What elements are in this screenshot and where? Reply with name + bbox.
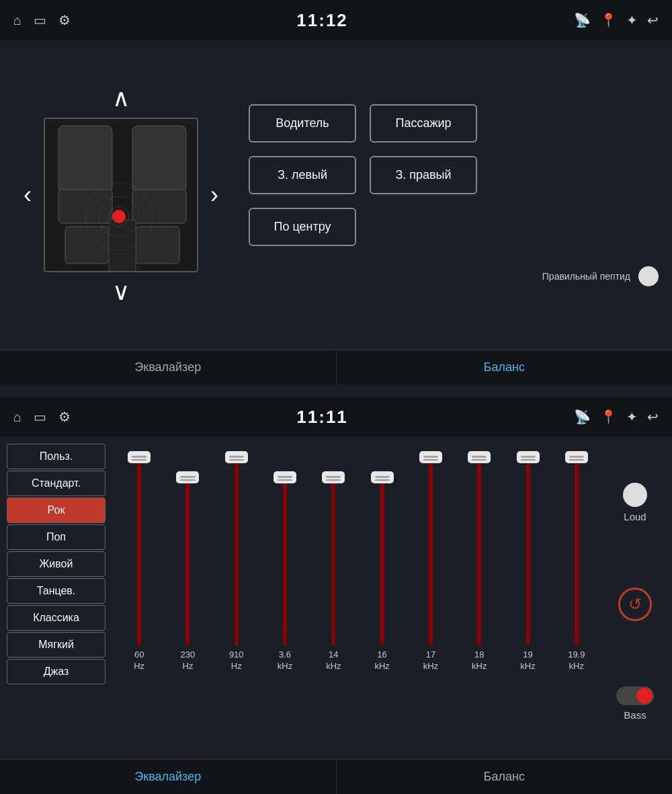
seat-image [44, 118, 198, 272]
eq-band-8[interactable]: 19 kHz [506, 457, 549, 672]
cast-icon-bottom[interactable]: 📡 [574, 409, 591, 425]
tab-equalizer-top[interactable]: Эквалайзер [0, 350, 337, 385]
tab-balance-top[interactable]: Баланс [337, 350, 673, 385]
chevron-up-button[interactable]: ∧ [107, 79, 135, 118]
bass-switch[interactable] [616, 686, 654, 705]
preset-soft[interactable]: Мягкий [7, 632, 106, 658]
preset-custom[interactable]: Польз. [7, 444, 106, 469]
back-icon[interactable]: ↩ [647, 12, 659, 28]
tab-balance-bottom[interactable]: Баланс [337, 760, 673, 794]
reset-icon: ↺ [628, 595, 642, 614]
eq-thumb-6[interactable] [419, 451, 442, 463]
passenger-button[interactable]: Пассажир [370, 104, 477, 143]
reset-button[interactable]: ↺ [618, 588, 652, 621]
center-button[interactable]: По центру [249, 208, 356, 246]
eq-band-5[interactable]: 16 kHz [360, 477, 403, 672]
home-icon[interactable]: ⌂ [13, 13, 22, 28]
eq-thumb-2[interactable] [225, 451, 248, 463]
tab-equalizer-bottom[interactable]: Эквалайзер [0, 760, 337, 794]
speaker-buttons: Водитель Пассажир З. левый З. правый По … [249, 54, 659, 336]
eq-band-9[interactable]: 19.9 kHz [555, 457, 598, 672]
preset-standard[interactable]: Стандарт. [7, 471, 106, 496]
preset-dance[interactable]: Танцев. [7, 578, 106, 604]
eq-thumb-3[interactable] [274, 471, 296, 483]
svg-point-11 [112, 210, 126, 223]
preset-live[interactable]: Живой [7, 551, 106, 577]
status-bar-bottom: ⌂ ▭ ⚙ 11:11 📡 📍 ✦ ↩ [0, 397, 672, 437]
bluetooth-icon-bottom[interactable]: ✦ [626, 409, 638, 425]
freq-label-4: 14 kHz [326, 649, 341, 672]
rear-left-button[interactable]: З. левый [249, 156, 356, 194]
eq-track-4[interactable] [331, 477, 335, 645]
eq-track-8[interactable] [526, 457, 530, 645]
eq-thumb-8[interactable] [517, 451, 540, 463]
freq-label-1: 230 Hz [181, 649, 196, 672]
eq-track-7[interactable] [477, 457, 481, 645]
svg-rect-7 [109, 220, 136, 272]
speaker-row-3: По центру [249, 208, 659, 246]
status-bar-bottom-left: ⌂ ▭ ⚙ [13, 409, 71, 425]
eq-thumb-0[interactable] [128, 451, 151, 463]
eq-thumb-1[interactable] [176, 471, 199, 483]
driver-button[interactable]: Водитель [249, 104, 356, 143]
eq-thumb-7[interactable] [468, 451, 491, 463]
usb-icon-bottom[interactable]: ⚙ [58, 409, 71, 425]
preset-jazz[interactable]: Джаз [7, 659, 106, 684]
cast-icon[interactable]: 📡 [574, 12, 591, 28]
toggle-area: Правильный пептид [249, 266, 659, 286]
eq-track-2[interactable] [235, 457, 239, 645]
eq-band-6[interactable]: 17 kHz [409, 457, 452, 672]
svg-rect-5 [65, 227, 109, 264]
eq-thumb-9[interactable] [565, 451, 588, 463]
screen-icon-bottom[interactable]: ▭ [34, 409, 46, 425]
eq-band-0[interactable]: 60 Hz [118, 457, 161, 672]
time-display-top: 11:12 [296, 10, 348, 31]
freq-label-2: 910 Hz [229, 649, 244, 672]
preset-classic[interactable]: Классика [7, 605, 106, 631]
next-seat-button[interactable]: › [205, 175, 224, 214]
eq-band-4[interactable]: 14 kHz [312, 477, 355, 672]
location-icon-bottom[interactable]: 📍 [600, 409, 617, 425]
top-panel: ⌂ ▭ ⚙ 11:12 📡 📍 ✦ ↩ ∧ ‹ [0, 0, 672, 397]
back-icon-bottom[interactable]: ↩ [647, 409, 659, 425]
time-display-bottom: 11:11 [296, 407, 348, 428]
loud-label: Loud [624, 511, 646, 522]
bass-switch-knob [636, 688, 653, 704]
eq-content: Польз. Стандарт. Рок Поп Живой Танцев. К… [0, 437, 672, 753]
bluetooth-icon[interactable]: ✦ [626, 12, 638, 28]
eq-track-6[interactable] [429, 457, 433, 645]
eq-band-7[interactable]: 18 kHz [458, 457, 501, 672]
toggle-circle[interactable] [638, 266, 659, 286]
rear-right-button[interactable]: З. правый [370, 156, 477, 194]
eq-band-1[interactable]: 230 Hz [166, 477, 209, 672]
loud-button[interactable] [623, 483, 647, 507]
eq-thumb-4[interactable] [322, 471, 345, 483]
eq-band-3[interactable]: 3.6 kHz [263, 477, 306, 672]
freq-label-8: 19 kHz [520, 649, 535, 672]
eq-track-0[interactable] [137, 457, 141, 645]
preset-pop[interactable]: Поп [7, 524, 106, 550]
preset-rock[interactable]: Рок [7, 498, 106, 523]
eq-band-2[interactable]: 910 Hz [215, 457, 258, 672]
bottom-panel: ⌂ ▭ ⚙ 11:11 📡 📍 ✦ ↩ Польз. Стандарт. Рок… [0, 397, 672, 794]
eq-track-3[interactable] [283, 477, 287, 645]
prev-seat-button[interactable]: ‹ [18, 175, 37, 214]
freq-label-7: 18 kHz [472, 649, 487, 672]
svg-rect-4 [132, 190, 186, 223]
eq-track-1[interactable] [185, 477, 190, 645]
seat-diagram: ∧ ‹ [13, 54, 228, 336]
eq-track-5[interactable] [380, 477, 384, 645]
toggle-label: Правильный пептид [542, 271, 630, 282]
location-icon[interactable]: 📍 [600, 12, 617, 28]
screen-icon[interactable]: ▭ [34, 12, 46, 28]
eq-track-9[interactable] [575, 457, 579, 645]
home-icon-bottom[interactable]: ⌂ [13, 409, 22, 425]
eq-thumb-5[interactable] [371, 471, 394, 483]
usb-icon[interactable]: ⚙ [58, 12, 71, 28]
chevron-down-button[interactable]: ∨ [107, 272, 135, 311]
tab-bar-bottom: Эквалайзер Баланс [0, 759, 672, 794]
tab-bar-top: Эквалайзер Баланс [0, 350, 672, 385]
freq-label-6: 17 kHz [423, 649, 438, 672]
status-bar-bottom-right: 📡 📍 ✦ ↩ [574, 409, 659, 425]
bass-toggle: Bass [616, 686, 654, 721]
